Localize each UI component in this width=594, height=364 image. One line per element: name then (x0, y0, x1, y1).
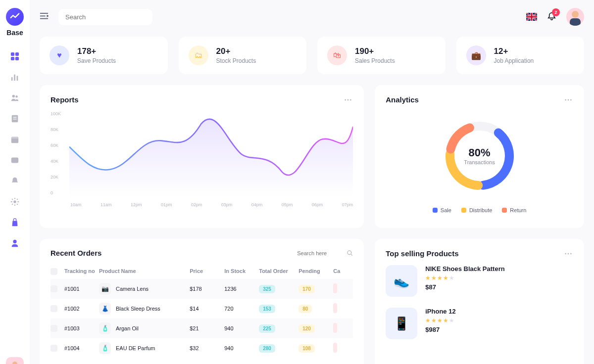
stat-card-jobs: 💼 12+Job Application (456, 37, 585, 74)
svg-rect-11 (13, 119, 16, 119)
nav-dashboard-icon[interactable] (10, 51, 20, 61)
svg-point-17 (12, 362, 17, 364)
notification-badge: 2 (552, 8, 560, 16)
svg-point-16 (13, 240, 16, 243)
orders-table: Tracking no Product Name Price In Stock … (50, 264, 353, 358)
product-thumb: 👗 (99, 303, 111, 315)
nav-settings-icon[interactable] (10, 197, 20, 207)
stat-card-sales: 🛍 190+Sales Products (317, 37, 446, 74)
nav-products-icon[interactable] (10, 218, 20, 228)
svg-point-15 (13, 200, 16, 203)
product-thumb: 📷 (99, 283, 111, 295)
analytics-legend: Sale Distribute Return (433, 207, 527, 213)
briefcase-icon: 💼 (466, 46, 486, 65)
topbar: 2 (40, 8, 584, 26)
reports-title: Reports (50, 95, 79, 104)
top-products-panel: Top selling Products ⋯ 👟 NIKE Shoes Blac… (375, 239, 584, 364)
menu-toggle-icon[interactable] (40, 12, 49, 21)
bag-icon: 🛍 (327, 46, 347, 65)
main-content: 2 ♥ 178+Save Products 🗂 20+Stock Product… (30, 0, 594, 364)
svg-rect-3 (15, 57, 19, 60)
table-row[interactable]: #1003 🧴Argan Oil $21 940 225 120 (50, 318, 353, 338)
checkbox[interactable] (50, 345, 57, 352)
more-icon[interactable]: ⋯ (564, 95, 573, 104)
orders-panel: Recent Orders Tracking no Product Name P… (40, 239, 364, 364)
svg-point-7 (12, 95, 15, 97)
svg-point-21 (572, 11, 579, 18)
top-product-item[interactable]: 📱 iPhone 12 ★★★★★ $987 (386, 308, 573, 339)
table-row[interactable]: #1001 📷Camera Lens $178 1236 325 170 (50, 279, 353, 299)
analytics-title: Analytics (386, 95, 419, 104)
svg-rect-1 (15, 52, 19, 56)
stat-card-save: ♥ 178+Save Products (40, 37, 168, 74)
product-image: 👟 (386, 265, 417, 297)
checkbox[interactable] (50, 268, 57, 275)
svg-rect-4 (11, 77, 13, 81)
orders-search-input[interactable] (297, 250, 342, 256)
language-flag[interactable] (526, 13, 537, 21)
analytics-donut: 80% Transactions (440, 116, 519, 195)
nav-notifications-icon[interactable] (10, 176, 20, 186)
svg-rect-22 (570, 18, 581, 26)
box-icon: 🗂 (189, 46, 208, 65)
nav-calendar-icon[interactable] (10, 135, 20, 144)
heart-icon: ♥ (50, 46, 69, 65)
nav-profile-icon[interactable] (10, 238, 20, 248)
svg-rect-6 (17, 76, 18, 81)
more-icon[interactable]: ⋯ (564, 249, 573, 258)
checkbox[interactable] (50, 325, 57, 332)
svg-point-27 (347, 251, 351, 255)
svg-rect-2 (11, 57, 14, 60)
svg-point-8 (15, 95, 17, 98)
analytics-panel: Analytics ⋯ 80% Transactions (375, 85, 584, 228)
reports-panel: Reports ⋯ 100K 80K 60K 40K 20K 0 (40, 85, 364, 228)
product-thumb: 🧴 (99, 342, 111, 354)
table-row[interactable]: #1002 👗Black Sleep Dress $14 720 153 80 (50, 299, 353, 318)
svg-rect-0 (11, 52, 14, 56)
svg-rect-14 (11, 158, 18, 163)
brand-name: Base (6, 29, 23, 37)
top-products-title: Top selling Products (386, 249, 458, 258)
svg-rect-5 (14, 75, 15, 81)
checkbox[interactable] (50, 285, 57, 292)
reports-chart: 100K 80K 60K 40K 20K 0 (50, 111, 353, 210)
product-thumb: 🧴 (99, 322, 111, 334)
rating-stars: ★★★★★ (425, 317, 455, 324)
search-input[interactable] (65, 13, 148, 21)
brand-logo[interactable] (6, 8, 24, 26)
stat-card-stock: 🗂 20+Stock Products (179, 37, 307, 74)
nav-analytics-icon[interactable] (10, 72, 20, 82)
checkbox[interactable] (50, 305, 57, 312)
orders-title: Recent Orders (50, 249, 101, 257)
search-box[interactable] (58, 9, 152, 25)
nav-invoice-icon[interactable] (10, 114, 20, 124)
nav-messages-icon[interactable] (10, 155, 20, 165)
more-icon[interactable]: ⋯ (344, 95, 353, 104)
sidebar: Base (0, 0, 30, 364)
svg-rect-13 (11, 137, 18, 139)
rating-stars: ★★★★★ (425, 274, 504, 281)
nav-users-icon[interactable] (10, 93, 20, 103)
orders-search[interactable] (297, 250, 353, 256)
notification-bell[interactable]: 2 (547, 11, 556, 23)
sidebar-avatar[interactable] (6, 357, 24, 364)
product-image: 📱 (386, 308, 417, 339)
table-row[interactable]: #1004 🧴EAU DE Parfum $32 940 280 108 (50, 338, 353, 358)
search-icon (346, 250, 353, 256)
top-product-item[interactable]: 👟 NIKE Shoes Black Pattern ★★★★★ $87 (386, 265, 573, 297)
svg-rect-10 (13, 117, 16, 117)
user-avatar[interactable] (566, 8, 584, 26)
